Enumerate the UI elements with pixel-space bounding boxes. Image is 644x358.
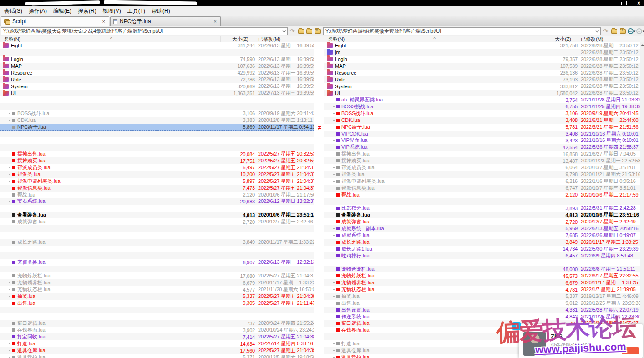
file-row[interactable]: ab_精灵界面类.lua3,7542021/11/28 星期日 21:03:32 bbox=[324, 96, 640, 103]
file-row[interactable]: 比武积分.lua3,8932022/5/31 星期二 2:42:28 bbox=[324, 205, 640, 212]
chevron-down-icon[interactable] bbox=[280, 28, 287, 35]
file-row[interactable]: 出售.lua9,3052022/5/27 星期五 21:11:47 bbox=[0, 300, 314, 307]
folder-row[interactable]: System333,8122022/6/28 星期二 23:50:12 bbox=[324, 83, 640, 90]
right-file-list[interactable]: Fight321,7582022/6/28 星期二 23:50:12jm2022… bbox=[324, 42, 640, 358]
file-row[interactable]: 帮派成员类.lua6,4972022/5/27 星期五 21:04:37 bbox=[0, 164, 314, 171]
file-row[interactable]: BOSS挑战.lua6,7552021/11/25 星期四 19:38:39 bbox=[324, 103, 640, 110]
menu-actions[interactable]: 操作(A) bbox=[25, 6, 50, 16]
parent-folder-icon[interactable]: ↑ bbox=[305, 27, 313, 35]
file-row[interactable]: 成就弹窗.lua2,7202020/12/7 星期一 2:42:46 bbox=[0, 218, 314, 225]
file-row[interactable]: BOSS战斗.lua3,1062020/9/19 星期六 20:41:42 bbox=[0, 110, 314, 117]
file-row[interactable]: 充值兑换.lua6,9072022/6/13 星期一 12:32:13 bbox=[0, 259, 314, 266]
file-row[interactable]: 宠物领养栏.lua6,6792020/11/17 星期二 1:33:22 bbox=[0, 279, 314, 286]
file-row[interactable]: 打宝回收.lua7,4142022/5/27 星期五 21:04:38 bbox=[0, 333, 314, 340]
file-row[interactable]: 摆摊出售.lua20,0842022/5/27 星期五 20:32:53 bbox=[0, 151, 314, 157]
file-row[interactable]: 帮战.lua2,1202020/10/6 星期二 21:17:59 bbox=[324, 192, 640, 198]
folder-row[interactable]: Role73,1932022/6/28 星期二 23:50:12 bbox=[324, 76, 640, 83]
file-row[interactable]: 查看装备.lua4,8132020/10/6 星期二 23:51:14 bbox=[0, 212, 314, 218]
nav-back-icon[interactable]: ←▾ bbox=[628, 27, 635, 35]
folder-row[interactable]: Resource236,1362022/6/28 星期二 23:50:12 bbox=[324, 70, 640, 76]
file-row[interactable]: 道具竞拍.lua5,3712020/12/5 星期六 19:18:58 bbox=[0, 354, 314, 358]
file-row[interactable]: 成长之路1.lua14,7342022/5/30 星期一 23:29:39 bbox=[324, 246, 640, 252]
file-row[interactable]: 宠物领养栏.lua6,6792020/11/17 星期二 1:33:25 bbox=[324, 279, 640, 286]
menu-tools[interactable]: 工具(T) bbox=[124, 6, 148, 16]
folder-row[interactable]: Role72,7862022/6/13 星期一 16:39:59 bbox=[0, 76, 314, 83]
file-row[interactable]: 出售.lua9,0122020/12/25 星期五 23:39:30 bbox=[324, 300, 640, 307]
folder-row[interactable]: Fight311,2442022/6/13 星期一 16:39:59 bbox=[0, 42, 314, 49]
file-row[interactable]: 帮派类.lua9,7982020/11/21 星期六 21:53:16 bbox=[324, 171, 640, 178]
folder-row[interactable]: Login79,3572022/6/28 星期二 23:50:12 bbox=[324, 56, 640, 63]
file-row[interactable]: 宠物炼妖栏.lua17,0802022/5/27 星期五 21:04:37 bbox=[0, 272, 314, 279]
file-row[interactable]: 吃鸡排行.lua6,4572022/6/9 星期四 8:59:48 bbox=[324, 252, 640, 259]
file-row[interactable]: 传送系统.lua4,8422021/11/25 星期四 22:23:30 bbox=[324, 313, 640, 320]
file-row[interactable]: NPC给予.lua5,7812022/3/21 星期一 21:51:56 bbox=[324, 124, 640, 131]
file-row[interactable]: 存钱界面.lua bbox=[324, 327, 640, 333]
file-row[interactable]: 宠物炼妖栏.lua45,5732022/6/17 星期五 22:32:55 bbox=[324, 272, 640, 279]
menu-edit[interactable]: 编辑(E) bbox=[50, 6, 75, 16]
file-row[interactable]: 成长之路.lua3,8492020/11/17 星期二 1:33:25 bbox=[324, 239, 640, 246]
swap-sides-icon[interactable]: ↷ bbox=[602, 27, 609, 35]
right-header-name[interactable]: 名称(N) ^ bbox=[324, 36, 543, 42]
close-tab-icon[interactable]: × bbox=[213, 19, 218, 24]
folder-row[interactable]: Login74,5902022/6/13 星期一 16:39:59 bbox=[0, 56, 314, 63]
folder-row[interactable]: Resource429,9922022/6/13 星期一 16:39:59 bbox=[0, 70, 314, 76]
file-row[interactable]: 摆摊购买.lua13,4872020/11/23 星期一 22:52:58 bbox=[324, 157, 640, 164]
restore-window-icon[interactable] bbox=[621, 2, 625, 5]
file-row[interactable]: VIPCDK.lua3,4082021/10/16 星期六 0:10:01 bbox=[324, 131, 640, 137]
chevron-down-icon[interactable] bbox=[593, 28, 600, 35]
file-row[interactable]: 打造.lua14,6342022/7/14 星期四 0:33:16 bbox=[0, 340, 314, 347]
menu-help[interactable]: 帮助(H) bbox=[148, 6, 173, 16]
file-row[interactable]: 帮派信息类.lua7,4732022/5/27 星期五 21:04:37 bbox=[0, 185, 314, 192]
file-row[interactable]: 成就系统 - 副本.lua5,9692022/5/13 星期五 20:58:16 bbox=[324, 225, 640, 232]
folder-row[interactable]: System320,6692022/6/13 星期一 16:39:59 bbox=[0, 83, 314, 90]
tab-npc-give-lua[interactable]: NPC给予.lua × bbox=[110, 16, 221, 26]
file-row[interactable]: 道具仓库.lua bbox=[324, 347, 640, 354]
menu-session[interactable]: 会话(S) bbox=[1, 6, 25, 16]
tab-script[interactable]: Script × bbox=[1, 16, 109, 26]
file-row[interactable]: 帮派成员类.lua6,0642020/10/7 星期三 3:51:01 bbox=[324, 164, 640, 171]
menu-search[interactable]: 搜索(R) bbox=[75, 6, 100, 16]
file-row[interactable]: 打造.lua bbox=[324, 340, 640, 347]
browse-folder-icon[interactable] bbox=[610, 27, 618, 35]
file-row[interactable]: VIP系统.lua42,5542022/5/26 星期四 21:58:37 bbox=[324, 144, 640, 151]
right-header-size[interactable]: 大小(Z) bbox=[543, 36, 578, 42]
file-row[interactable]: 摆摊出售.lua16,8582021/6/27 星期日 7:04:05 bbox=[324, 151, 640, 157]
file-row[interactable]: NPC给予.lua5,8692020/11/17 星期二 0:54:13 bbox=[0, 124, 314, 131]
file-row[interactable]: 道具竞拍.lua bbox=[324, 354, 640, 358]
folder-row[interactable]: jm2022/6/28 星期二 23:50:12 bbox=[324, 49, 640, 56]
folder-row[interactable]: UI1,863,2512022/7/13 星期三 19:39:55 bbox=[0, 90, 314, 96]
folder-row[interactable]: MAP107,6362022/6/13 星期一 16:39:59 bbox=[0, 63, 314, 70]
file-row[interactable]: 成长之路.lua3,8492020/11/17 星期二 1:33:22 bbox=[0, 239, 314, 246]
menu-view[interactable]: 视图(V) bbox=[100, 6, 124, 16]
browse-folder-icon[interactable] bbox=[297, 27, 305, 35]
left-header-size[interactable]: 大小(Z) bbox=[220, 36, 255, 42]
sibling-folder-icon[interactable]: ↑↑ bbox=[314, 27, 322, 35]
folder-row[interactable]: Fight321,7582022/6/28 星期二 23:50:12 bbox=[324, 42, 640, 49]
file-row[interactable]: CDK.lua3,3832020/12/8 星期二 1:13:11 bbox=[0, 117, 314, 124]
file-row[interactable]: 宠物状态栏.lua4,7812022/1/7 星期五 21:39:05 bbox=[324, 286, 640, 293]
left-header-name[interactable]: 名称(N) ^ bbox=[0, 36, 220, 42]
file-row[interactable]: 宠物状态栏.lua4,5772021/11/20 星期六 16:50:09 bbox=[0, 286, 314, 293]
swap-sides-icon[interactable]: ↷ bbox=[289, 27, 296, 35]
close-window-icon[interactable]: × bbox=[637, 0, 640, 6]
file-row[interactable]: 抽奖.lua5,3372022/5/27 星期五 21:04:38 bbox=[0, 293, 314, 300]
vertical-scrollbar[interactable] bbox=[640, 42, 644, 358]
right-header-modified[interactable]: 已修改(M) bbox=[578, 36, 640, 42]
file-row[interactable]: 宝石系统.lua20,6832022/6/12 星期日 13:22:37 bbox=[0, 198, 314, 205]
file-row[interactable]: 宠物合宠栏.lua48,0002022/6/8 星期三 21:51:11 bbox=[324, 266, 640, 272]
file-row[interactable]: 抽奖.lua5,3372019/12/17 星期二 4:46:09 bbox=[324, 293, 640, 300]
file-row[interactable]: 帮派信息类.lua6,7472020/10/7 星期三 3:51:01 bbox=[324, 185, 640, 192]
folder-row[interactable]: UI1,580,0422022/6/28 星期二 23:50:12 bbox=[324, 90, 640, 96]
left-path-input[interactable]: Y:\游戏\梦幻西游\笑傲天命梦境\天命之战4最新源码\客户端源码\Script… bbox=[1, 27, 288, 35]
file-row[interactable]: CDK.lua3,4082021/6/21 星期一 22:44:00 bbox=[324, 117, 640, 124]
file-row[interactable]: 窗口逻辑.lua7372020/9/24 星期四 21:55:24 bbox=[0, 320, 314, 327]
file-row[interactable]: 帮派类.lua10,2002022/5/27 星期五 21:04:37 bbox=[0, 171, 314, 178]
file-row[interactable]: 存钱界面.lua3,9022020/10/24 星期六 23:24:22 bbox=[0, 327, 314, 333]
file-row[interactable]: 帮战.lua2,1202020/10/6 星期二 21:17:56 bbox=[0, 192, 314, 198]
file-row[interactable]: VIP界面.lua3,4232021/10/16 星期六 0:10:01 bbox=[324, 137, 640, 144]
file-row[interactable]: 帮派申请列表类.lua6,2162022/1/16 星期日 0:05:16 bbox=[324, 178, 640, 185]
file-row[interactable]: 帮派申请列表类.lua5,8972022/5/27 星期五 21:04:37 bbox=[0, 178, 314, 185]
right-path-input[interactable]: Y:\游戏\梦幻西游\铅笔笑傲全套源码\客户端\Script\UI bbox=[323, 27, 601, 35]
parent-folder-icon[interactable]: ↑ bbox=[619, 27, 627, 35]
left-header-modified[interactable]: 已修改(M) bbox=[255, 36, 314, 42]
